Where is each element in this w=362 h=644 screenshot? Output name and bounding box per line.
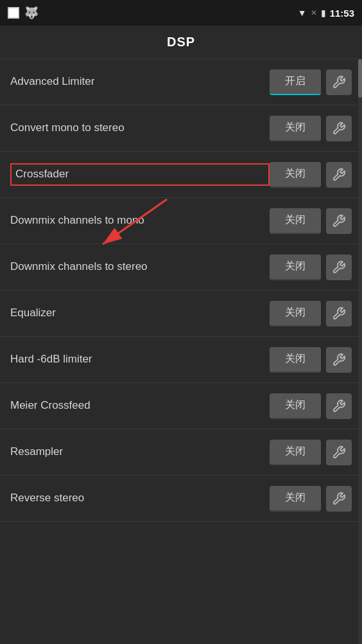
settings-btn-advanced-limiter[interactable]: [326, 69, 352, 95]
dsp-controls-downmix-channels-stereo: 关闭: [270, 255, 352, 280]
dsp-row-resampler: Resampler关闭: [0, 429, 362, 476]
wrench-icon: [332, 168, 346, 182]
title-bar: DSP: [0, 26, 362, 59]
settings-btn-hard-6db-limiter[interactable]: [326, 347, 352, 373]
settings-btn-resampler[interactable]: [326, 440, 352, 465]
toggle-btn-hard-6db-limiter[interactable]: 关闭: [270, 347, 321, 373]
toggle-btn-advanced-limiter[interactable]: 开启: [270, 69, 321, 95]
dsp-name-crossfader: Crossfader: [10, 163, 270, 185]
dsp-name-convert-mono-stereo: Convert mono to stereo: [10, 121, 270, 135]
dsp-row-crossfader: Crossfader关闭: [0, 152, 362, 198]
page-title: DSP: [167, 35, 195, 49]
wrench-icon: [332, 445, 346, 460]
toggle-btn-equalizer[interactable]: 关闭: [270, 301, 321, 326]
dsp-controls-advanced-limiter: 开启: [270, 69, 352, 95]
scrollbar-track: [358, 59, 362, 644]
dsp-row-equalizer: Equalizer关闭: [0, 291, 362, 337]
dsp-name-reverse-stereo: Reverse stereo: [10, 491, 270, 505]
dsp-name-downmix-channels-mono: Downmix channels to mono: [10, 213, 270, 228]
wrench-icon: [332, 492, 346, 506]
dsp-row-advanced-limiter: Advanced Limiter开启: [0, 59, 362, 105]
dsp-name-resampler: Resampler: [10, 445, 270, 459]
dsp-name-meier-crossfeed: Meier Crossfeed: [10, 398, 270, 413]
settings-btn-meier-crossfeed[interactable]: [326, 393, 352, 419]
settings-btn-reverse-stereo[interactable]: [326, 486, 352, 512]
toggle-btn-meier-crossfeed[interactable]: 关闭: [270, 393, 321, 419]
status-right: ▼ ✕ ▮ 11:53: [298, 8, 354, 19]
wrench-icon: [332, 399, 346, 413]
battery-icon: ▮: [321, 8, 326, 18]
settings-btn-downmix-channels-stereo[interactable]: [326, 255, 352, 280]
dsp-controls-convert-mono-stereo: 关闭: [270, 116, 352, 141]
signal-icon: ✕: [311, 8, 317, 17]
scrollbar-thumb[interactable]: [358, 59, 362, 98]
dsp-controls-meier-crossfeed: 关闭: [270, 393, 352, 419]
status-bar: 🐺 ▼ ✕ ▮ 11:53: [0, 0, 362, 26]
wrench-icon: [332, 260, 346, 274]
wrench-icon: [332, 121, 346, 136]
dsp-row-convert-mono-stereo: Convert mono to stereo关闭: [0, 105, 362, 152]
toggle-btn-convert-mono-stereo[interactable]: 关闭: [270, 116, 321, 141]
dsp-name-downmix-channels-stereo: Downmix channels to stereo: [10, 260, 270, 274]
dsp-controls-reverse-stereo: 关闭: [270, 486, 352, 512]
toggle-btn-crossfader[interactable]: 关闭: [270, 162, 321, 188]
time-display: 11:53: [330, 8, 354, 19]
dsp-controls-resampler: 关闭: [270, 440, 352, 465]
wrench-icon: [332, 353, 346, 367]
dsp-controls-hard-6db-limiter: 关闭: [270, 347, 352, 373]
toggle-btn-reverse-stereo[interactable]: 关闭: [270, 486, 321, 512]
wifi-icon: ▼: [298, 8, 307, 18]
dsp-controls-equalizer: 关闭: [270, 301, 352, 326]
toggle-btn-downmix-channels-stereo[interactable]: 关闭: [270, 255, 321, 280]
status-left: 🐺: [8, 6, 39, 20]
settings-btn-convert-mono-stereo[interactable]: [326, 116, 352, 141]
wrench-icon: [332, 75, 346, 89]
dsp-row-meier-crossfeed: Meier Crossfeed关闭: [0, 383, 362, 429]
dsp-name-advanced-limiter: Advanced Limiter: [10, 75, 270, 89]
toggle-btn-downmix-channels-mono[interactable]: 关闭: [270, 208, 321, 234]
dsp-row-downmix-channels-mono: Downmix channels to mono关闭: [0, 198, 362, 244]
toggle-btn-resampler[interactable]: 关闭: [270, 440, 321, 465]
dsp-name-equalizer: Equalizer: [10, 306, 270, 320]
wolf-icon: 🐺: [24, 6, 39, 20]
dsp-list: Advanced Limiter开启 Convert mono to stere…: [0, 59, 362, 522]
settings-btn-crossfader[interactable]: [326, 162, 352, 188]
dsp-name-hard-6db-limiter: Hard -6dB limiter: [10, 352, 270, 366]
dsp-controls-crossfader: 关闭: [270, 162, 352, 188]
wrench-icon: [332, 214, 346, 228]
screen-icon: [8, 7, 19, 19]
dsp-row-downmix-channels-stereo: Downmix channels to stereo关闭: [0, 244, 362, 291]
wrench-icon: [332, 307, 346, 321]
settings-btn-downmix-channels-mono[interactable]: [326, 208, 352, 234]
dsp-controls-downmix-channels-mono: 关闭: [270, 208, 352, 234]
settings-btn-equalizer[interactable]: [326, 301, 352, 326]
dsp-row-reverse-stereo: Reverse stereo关闭: [0, 476, 362, 522]
dsp-row-hard-6db-limiter: Hard -6dB limiter关闭: [0, 337, 362, 383]
